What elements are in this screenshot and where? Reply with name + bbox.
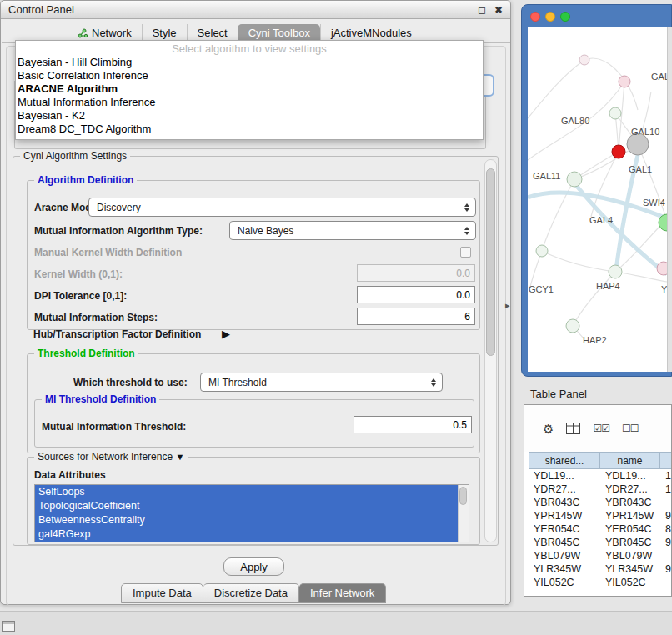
table-row[interactable]: YBR045C YBR045C 9. bbox=[529, 536, 672, 549]
graph-node[interactable] bbox=[609, 108, 621, 119]
table-toolbar: ⚙ ☑☑ ☐☐ bbox=[524, 405, 671, 452]
tab-discretize-data[interactable]: Discretize Data bbox=[203, 583, 299, 603]
graph-node-red[interactable] bbox=[612, 145, 625, 158]
aracne-mode-select[interactable]: Discovery bbox=[88, 198, 476, 217]
attribute-item[interactable]: SelfLoops bbox=[35, 485, 458, 499]
table-row[interactable]: YBL079W YBL079W bbox=[529, 549, 672, 562]
mi-steps-input[interactable] bbox=[357, 308, 475, 325]
gear-icon[interactable]: ⚙ bbox=[543, 422, 554, 435]
graph-node[interactable] bbox=[657, 262, 667, 275]
collapsed-panel-icon[interactable] bbox=[2, 621, 15, 632]
tab-label: Network bbox=[92, 27, 132, 39]
cell-name: YDR27... bbox=[600, 482, 660, 496]
mi-type-select[interactable]: Naive Bayes bbox=[229, 221, 476, 240]
table-row[interactable]: YLR345W YLR345W 9. bbox=[529, 562, 672, 576]
cell-name: YBL079W bbox=[600, 549, 660, 562]
graph-node[interactable] bbox=[566, 319, 579, 332]
manual-kernel-checkbox[interactable] bbox=[460, 247, 471, 258]
cell-name: YER054C bbox=[600, 522, 660, 536]
mi-threshold-group-title: MI Threshold Definition bbox=[42, 393, 159, 405]
mi-threshold-input[interactable] bbox=[354, 416, 472, 433]
attribute-item[interactable]: TopologicalCoefficient bbox=[35, 499, 458, 513]
graph-node-label: GAL4 bbox=[589, 215, 613, 225]
minimize-icon[interactable]: ◻ bbox=[478, 4, 486, 16]
table-row[interactable]: YDL19... YDL19... 13 bbox=[529, 469, 672, 482]
attribute-item[interactable]: BetweennessCentrality bbox=[35, 513, 458, 528]
zoom-traffic-icon[interactable] bbox=[560, 12, 570, 22]
cell-shared-name: YIL052C bbox=[529, 576, 600, 589]
dropdown-item[interactable]: Bayesian - K2 bbox=[16, 109, 483, 122]
minimize-traffic-icon[interactable] bbox=[545, 12, 555, 22]
deselect-all-checks-icon[interactable]: ☐☐ bbox=[622, 423, 639, 433]
combo-arrows-icon bbox=[431, 378, 436, 387]
combo-arrows-icon bbox=[464, 203, 469, 212]
dropdown-item[interactable]: Bayesian - Hill Climbing bbox=[16, 56, 483, 69]
network-view-window[interactable]: GAL8 GAL80 GAL10 GAL11 GAL1 SWI4 GAL4 GC… bbox=[521, 4, 672, 377]
sources-collapse-arrow-icon[interactable]: ▼ bbox=[175, 452, 184, 462]
control-panel-titlebar[interactable]: Control Panel ◻ ✖ bbox=[1, 1, 510, 19]
attribute-item[interactable]: gal4RGexp bbox=[35, 528, 458, 542]
which-threshold-select[interactable]: MI Threshold bbox=[200, 372, 443, 392]
tab-label: jActiveMNodules bbox=[331, 27, 412, 39]
data-attributes-label: Data Attributes bbox=[34, 469, 106, 481]
dropdown-item[interactable]: Dream8 DC_TDC Algorithm bbox=[16, 122, 483, 136]
graph-node[interactable] bbox=[619, 76, 630, 88]
desktop-bottom-strip bbox=[0, 611, 672, 635]
data-attributes-list: SelfLoops TopologicalCoefficient Between… bbox=[34, 484, 469, 542]
settings-group-title: Cyni Algorithm Settings bbox=[20, 150, 130, 162]
hub-expand-arrow-icon[interactable]: ▶ bbox=[222, 328, 230, 340]
column-header-name[interactable]: name bbox=[600, 452, 660, 469]
kernel-width-label: Kernel Width (0,1): bbox=[34, 268, 123, 280]
bottom-tabs: Impute Data Discretize Data Infer Networ… bbox=[121, 583, 386, 603]
cell-value: 9. bbox=[660, 509, 672, 522]
dpi-tolerance-input[interactable] bbox=[357, 286, 475, 303]
settings-scrollbar-thumb[interactable] bbox=[486, 168, 495, 356]
graph-node-label: GAL8 bbox=[651, 72, 667, 82]
cell-value: 12 bbox=[660, 482, 672, 496]
table-row[interactable]: YBR043C YBR043C bbox=[529, 496, 672, 509]
table-row[interactable]: YPR145W YPR145W 9. bbox=[529, 509, 672, 522]
graph-node[interactable] bbox=[567, 172, 582, 187]
attributes-list-scrollbar[interactable] bbox=[458, 485, 469, 542]
table-header: shared... name bbox=[524, 452, 672, 469]
apply-button[interactable]: Apply bbox=[223, 558, 284, 576]
network-scrollbar[interactable] bbox=[667, 27, 672, 372]
attributes-list-scrollbar-thumb[interactable] bbox=[459, 487, 467, 505]
column-header-partial[interactable] bbox=[660, 452, 672, 469]
graph-edge bbox=[542, 251, 615, 272]
graph-node[interactable] bbox=[609, 265, 622, 278]
graph-node[interactable] bbox=[579, 55, 589, 65]
close-icon[interactable]: ✖ bbox=[494, 4, 503, 16]
cell-shared-name: YBL079W bbox=[529, 549, 600, 562]
columns-icon[interactable] bbox=[566, 422, 580, 434]
graph-node[interactable] bbox=[536, 245, 548, 257]
tab-infer-network[interactable]: Infer Network bbox=[299, 583, 386, 603]
graph-edge bbox=[573, 272, 615, 326]
graph-node-label: GCY1 bbox=[529, 284, 554, 294]
cell-value bbox=[660, 496, 672, 509]
threshold-definition-group: Threshold Definition Which threshold to … bbox=[27, 353, 480, 453]
dropdown-item[interactable]: Basic Correlation Inference bbox=[16, 69, 483, 82]
settings-scrollbar[interactable] bbox=[484, 159, 497, 542]
table-panel-titlebar[interactable]: Table Panel bbox=[524, 384, 672, 402]
dropdown-item-selected[interactable]: ARACNE Algorithm bbox=[16, 82, 483, 96]
select-all-checks-icon[interactable]: ☑☑ bbox=[593, 423, 609, 433]
cell-name: YDL19... bbox=[600, 469, 660, 482]
panel-divider-arrow-icon[interactable]: ▸ bbox=[505, 300, 510, 311]
tab-label: Style bbox=[153, 27, 177, 39]
column-header-shared-name[interactable]: shared... bbox=[529, 452, 600, 469]
graph-node-label: GAL10 bbox=[631, 127, 659, 137]
table-row[interactable]: YDR27... YDR27... 12 bbox=[529, 482, 672, 496]
dropdown-item[interactable]: Mutual Information Inference bbox=[16, 96, 483, 109]
network-canvas[interactable]: GAL8 GAL80 GAL10 GAL11 GAL1 SWI4 GAL4 GC… bbox=[528, 27, 667, 372]
graph-edge bbox=[528, 60, 584, 118]
cell-name: YPR145W bbox=[600, 509, 660, 522]
cell-shared-name: YDR27... bbox=[529, 482, 600, 496]
cell-name: YBR043C bbox=[600, 496, 660, 509]
table-row[interactable]: YER054C YER054C 8. bbox=[529, 522, 672, 536]
tab-impute-data[interactable]: Impute Data bbox=[121, 583, 203, 603]
close-traffic-icon[interactable] bbox=[530, 12, 540, 22]
table-row[interactable]: YIL052C YIL052C bbox=[529, 576, 672, 589]
tab-label: Select bbox=[198, 27, 228, 39]
kernel-width-input[interactable] bbox=[357, 264, 475, 282]
